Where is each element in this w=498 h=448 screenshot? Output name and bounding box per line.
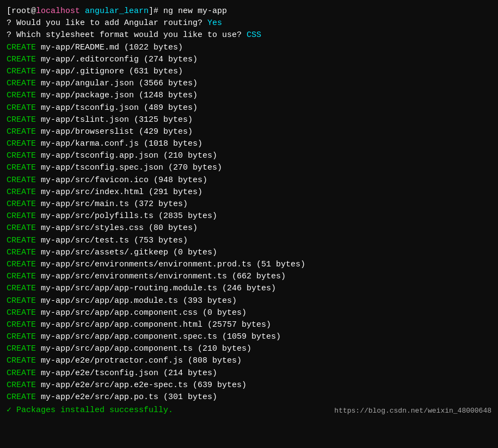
create-line-21: CREATE my-app/src/app/app.module.ts (393… [7, 295, 491, 307]
question-stylesheet-text: ? Which stylesheet format would you like… [7, 30, 247, 40]
create-line-15: CREATE my-app/src/styles.css (80 bytes) [7, 222, 491, 234]
create-line-0: CREATE my-app/README.md (1022 bytes) [7, 42, 491, 54]
create-keyword-6: CREATE [7, 115, 36, 125]
create-keyword-12: CREATE [7, 188, 36, 197]
file-path-11: my-app/src/favicon.ico (948 bytes) [36, 176, 207, 185]
file-path-12: my-app/src/index.html (291 bytes) [36, 188, 202, 197]
create-line-20: CREATE my-app/src/app/app-routing.module… [7, 283, 491, 295]
create-line-17: CREATE my-app/src/assets/.gitkeep (0 byt… [7, 247, 491, 259]
create-line-16: CREATE my-app/src/test.ts (753 bytes) [7, 235, 491, 247]
file-path-1: my-app/.editorconfig (274 bytes) [36, 55, 198, 64]
create-line-19: CREATE my-app/src/environments/environme… [7, 271, 491, 283]
file-path-9: my-app/tsconfig.app.json (210 bytes) [36, 151, 217, 160]
create-line-22: CREATE my-app/src/app/app.component.css … [7, 307, 491, 319]
create-keyword-1: CREATE [7, 55, 36, 64]
create-line-8: CREATE my-app/karma.conf.js (1018 bytes) [7, 138, 491, 150]
file-path-7: my-app/browserslist (429 bytes) [36, 127, 193, 136]
create-keyword-11: CREATE [7, 176, 36, 185]
create-line-7: CREATE my-app/browserslist (429 bytes) [7, 126, 491, 138]
create-keyword-17: CREATE [7, 248, 36, 257]
create-keyword-4: CREATE [7, 91, 36, 100]
file-path-10: my-app/tsconfig.spec.json (270 bytes) [36, 163, 222, 172]
file-path-2: my-app/.gitignore (631 bytes) [36, 67, 183, 76]
file-path-8: my-app/karma.conf.js (1018 bytes) [36, 139, 202, 148]
file-path-14: my-app/src/polyfills.ts (2835 bytes) [36, 211, 217, 221]
create-keyword-18: CREATE [7, 260, 36, 269]
create-line-10: CREATE my-app/tsconfig.spec.json (270 by… [7, 162, 491, 174]
terminal: [root@localhost angular_learn]# ng new m… [0, 0, 498, 448]
create-line-9: CREATE my-app/tsconfig.app.json (210 byt… [7, 150, 491, 162]
blog-url: https://blog.csdn.net/weixin_48000648 [334, 406, 491, 416]
create-keyword-24: CREATE [7, 332, 36, 341]
create-keyword-5: CREATE [7, 103, 36, 113]
question-routing-text: ? Would you like to add Angular routing? [7, 18, 207, 28]
prompt-path: angular_learn [85, 7, 149, 16]
file-path-6: my-app/tslint.json (3125 bytes) [36, 115, 193, 125]
create-line-25: CREATE my-app/src/app/app.component.ts (… [7, 343, 491, 355]
create-keyword-20: CREATE [7, 284, 36, 293]
prompt-line: [root@localhost angular_learn]# ng new m… [7, 5, 491, 17]
create-keyword-21: CREATE [7, 296, 36, 306]
file-path-0: my-app/README.md (1022 bytes) [36, 43, 183, 52]
file-path-4: my-app/package.json (1248 bytes) [36, 91, 198, 100]
bottom-bar: ✓ Packages installed successfully. https… [7, 405, 491, 416]
file-path-19: my-app/src/environments/environment.ts (… [36, 272, 286, 281]
prompt-space [80, 7, 85, 16]
create-keyword-22: CREATE [7, 308, 36, 318]
file-path-5: my-app/tsconfig.json (489 bytes) [36, 103, 198, 113]
success-line: ✓ Packages installed successfully. [7, 405, 173, 416]
create-keyword-28: CREATE [7, 381, 36, 390]
create-keyword-7: CREATE [7, 127, 36, 136]
file-path-28: my-app/e2e/src/app.e2e-spec.ts (639 byte… [36, 381, 247, 390]
create-line-27: CREATE my-app/e2e/tsconfig.json (214 byt… [7, 368, 491, 379]
create-keyword-26: CREATE [7, 356, 36, 365]
prompt-command: ng new my-app [163, 7, 227, 16]
create-line-14: CREATE my-app/src/polyfills.ts (2835 byt… [7, 210, 491, 222]
question-stylesheet: ? Which stylesheet format would you like… [7, 29, 491, 41]
file-path-29: my-app/e2e/src/app.po.ts (301 bytes) [36, 393, 217, 402]
create-keyword-3: CREATE [7, 79, 36, 88]
create-line-2: CREATE my-app/.gitignore (631 bytes) [7, 66, 491, 78]
create-line-13: CREATE my-app/src/main.ts (372 bytes) [7, 198, 491, 210]
create-line-28: CREATE my-app/e2e/src/app.e2e-spec.ts (6… [7, 379, 491, 391]
prompt-bracket: ]# [149, 7, 163, 16]
create-keyword-9: CREATE [7, 151, 36, 160]
success-checkmark: ✓ Packages installed [7, 406, 109, 415]
create-line-29: CREATE my-app/e2e/src/app.po.ts (301 byt… [7, 391, 491, 403]
create-keyword-27: CREATE [7, 369, 36, 378]
create-line-6: CREATE my-app/tslint.json (3125 bytes) [7, 114, 491, 126]
question-routing-answer: Yes [207, 18, 222, 28]
prompt-user: [root@ [7, 7, 36, 16]
create-line-3: CREATE my-app/angular.json (3566 bytes) [7, 78, 491, 90]
file-path-21: my-app/src/app/app.module.ts (393 bytes) [36, 296, 237, 306]
file-path-23: my-app/src/app/app.component.html (25757… [36, 320, 271, 329]
create-line-4: CREATE my-app/package.json (1248 bytes) [7, 90, 491, 102]
create-line-1: CREATE my-app/.editorconfig (274 bytes) [7, 54, 491, 66]
create-keyword-13: CREATE [7, 200, 36, 209]
file-path-27: my-app/e2e/tsconfig.json (214 bytes) [36, 369, 217, 378]
file-path-26: my-app/e2e/protractor.conf.js (808 bytes… [36, 356, 242, 365]
success-text: successfully. [109, 406, 173, 415]
create-keyword-16: CREATE [7, 236, 36, 245]
question-stylesheet-answer: CSS [247, 30, 261, 40]
create-keyword-29: CREATE [7, 393, 36, 402]
create-line-11: CREATE my-app/src/favicon.ico (948 bytes… [7, 175, 491, 186]
file-path-20: my-app/src/app/app-routing.module.ts (24… [36, 284, 276, 293]
file-path-22: my-app/src/app/app.component.css (0 byte… [36, 308, 247, 318]
create-keyword-14: CREATE [7, 211, 36, 221]
file-path-13: my-app/src/main.ts (372 bytes) [36, 200, 188, 209]
create-keyword-25: CREATE [7, 344, 36, 353]
create-line-18: CREATE my-app/src/environments/environme… [7, 259, 491, 271]
file-path-25: my-app/src/app/app.component.ts (210 byt… [36, 344, 251, 353]
create-keyword-8: CREATE [7, 139, 36, 148]
create-line-5: CREATE my-app/tsconfig.json (489 bytes) [7, 102, 491, 114]
create-keyword-15: CREATE [7, 223, 36, 233]
file-path-15: my-app/src/styles.css (80 bytes) [36, 223, 198, 233]
create-line-23: CREATE my-app/src/app/app.component.html… [7, 319, 491, 331]
create-keyword-23: CREATE [7, 320, 36, 329]
create-line-12: CREATE my-app/src/index.html (291 bytes) [7, 186, 491, 198]
create-line-26: CREATE my-app/e2e/protractor.conf.js (80… [7, 355, 491, 367]
create-keyword-0: CREATE [7, 43, 36, 52]
create-keyword-19: CREATE [7, 272, 36, 281]
file-path-18: my-app/src/environments/environment.prod… [36, 260, 305, 269]
